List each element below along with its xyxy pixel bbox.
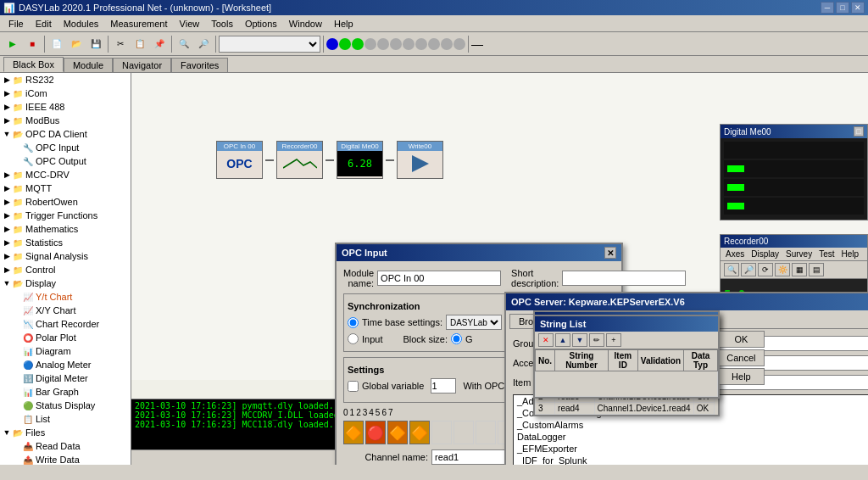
rec-btn-5[interactable]: ▦ (792, 263, 807, 276)
menu-view[interactable]: View (175, 17, 205, 31)
tree-control[interactable]: ▶ 📁 Control (0, 263, 131, 276)
title-bar-buttons[interactable]: ─ □ ✕ (821, 2, 865, 14)
str-down-btn[interactable]: ▼ (572, 333, 587, 347)
tree-read-data[interactable]: 📥 Read Data (0, 439, 131, 453)
menu-modules[interactable]: Modules (58, 17, 104, 31)
tree-icom[interactable]: ▶ 📁 iCom (0, 87, 131, 100)
menu-tools[interactable]: Tools (206, 17, 238, 31)
str-add-btn[interactable]: + (606, 333, 621, 347)
tree-opc-input[interactable]: 🔧 OPC Input (0, 141, 131, 154)
expand-files[interactable]: ▼ (2, 427, 12, 438)
menu-edit[interactable]: Edit (31, 17, 57, 31)
tree-xy-chart[interactable]: 📈 X/Y Chart (0, 304, 131, 317)
expand-rs232[interactable]: ▶ (2, 75, 12, 85)
tree-display[interactable]: ▼ 📂 Display (0, 276, 131, 290)
rec-btn-1[interactable]: 🔍 (724, 263, 739, 276)
short-desc-input[interactable] (562, 271, 686, 286)
stop-button[interactable]: ■ (23, 35, 42, 53)
rec-btn-2[interactable]: 🔎 (741, 263, 756, 276)
tree-polar-plot[interactable]: ⭕ Polar Plot (0, 331, 131, 344)
expand-control[interactable]: ▶ (2, 265, 12, 275)
expand-ieee488[interactable]: ▶ (2, 102, 12, 112)
ch-icon-1[interactable]: 🔴 (365, 421, 386, 444)
ch-row-3[interactable]: 3 read4 Channel1.Device1.read4 OK (536, 403, 715, 415)
expand-trigger[interactable]: ▶ (2, 210, 12, 220)
recorder-menu-axes[interactable]: Axes (724, 249, 746, 259)
paste-button[interactable]: 📌 (150, 35, 169, 53)
tree-view[interactable]: ▶ 📁 RS232 ▶ 📁 iCom ▶ 📁 IEEE 488 ▶ 📁 ModB… (0, 73, 131, 465)
ch-icon-5[interactable] (453, 421, 474, 444)
maximize-button[interactable]: □ (836, 2, 849, 14)
tree-opc-output[interactable]: 🔧 OPC Output (0, 154, 131, 168)
global-var-input[interactable] (431, 378, 456, 393)
zoom-in-button[interactable]: 🔍 (175, 35, 193, 53)
expand-icom[interactable]: ▶ (2, 88, 12, 98)
tree-math[interactable]: ▶ 📁 Mathematics (0, 222, 131, 236)
expand-opc-da[interactable]: ▼ (2, 129, 12, 139)
digital-block[interactable]: Digital Me00 6.28 (337, 141, 383, 179)
opc-input-close[interactable]: ✕ (604, 247, 616, 259)
rec-btn-3[interactable]: ⟳ (758, 263, 773, 276)
recorder-block[interactable]: Recorder00 (276, 141, 323, 179)
menu-options[interactable]: Options (240, 17, 282, 31)
expand-math[interactable]: ▶ (2, 224, 12, 234)
minimize-button[interactable]: ─ (821, 2, 834, 14)
tree-status-display[interactable]: 🟢 Status Display (0, 399, 131, 412)
recorder-menu-survey[interactable]: Survey (784, 249, 814, 259)
tree-chart-recorder[interactable]: 📉 Chart Recorder (0, 317, 131, 331)
ch-icon-0[interactable]: 🔶 (343, 421, 364, 444)
recorder-menu-test[interactable]: Test (817, 249, 836, 259)
tab-navigator[interactable]: Navigator (113, 58, 171, 72)
expand-robertowen[interactable]: ▶ (2, 197, 12, 207)
tree-robertowen[interactable]: ▶ 📁 RobertOwen (0, 195, 131, 209)
expand-stats[interactable]: ▶ (2, 237, 12, 248)
cut-button[interactable]: ✂ (111, 35, 130, 53)
tree-trigger[interactable]: ▶ 📁 Trigger Functions (0, 209, 131, 222)
expand-mqtt[interactable]: ▶ (2, 183, 12, 193)
expand-display[interactable]: ▼ (2, 278, 12, 288)
write-block[interactable]: Write00 (397, 141, 443, 179)
rec-btn-6[interactable]: ▤ (809, 263, 824, 276)
module-name-input[interactable] (377, 271, 501, 286)
digital-me-close[interactable]: □ (854, 126, 864, 137)
menu-help[interactable]: Help (329, 17, 359, 31)
copy-button[interactable]: 📋 (131, 35, 149, 53)
expand-modbus[interactable]: ▶ (2, 115, 12, 126)
item-idf-splunk[interactable]: _IDF_for_Splunk (514, 455, 868, 465)
str-up-btn[interactable]: ▲ (555, 333, 570, 347)
tree-mqtt[interactable]: ▶ 📁 MQTT (0, 181, 131, 195)
tree-rs232[interactable]: ▶ 📁 RS232 (0, 73, 131, 87)
recorder-menu-display[interactable]: Display (749, 249, 781, 259)
str-delete-btn[interactable]: ✕ (538, 333, 554, 347)
digital-me-buttons[interactable]: □ (854, 126, 864, 137)
ch-icon-3[interactable]: 🔶 (409, 421, 430, 444)
time-base-select[interactable]: DASYLab (446, 315, 502, 330)
input-radio[interactable] (348, 333, 359, 344)
menu-measurement[interactable]: Measurement (105, 17, 172, 31)
open-button[interactable]: 📂 (67, 35, 86, 53)
time-base-radio[interactable] (348, 317, 359, 328)
tree-stats[interactable]: ▶ 📁 Statistics (0, 236, 131, 249)
recorder-menu-help[interactable]: Help (840, 249, 861, 259)
help-button[interactable]: Help (718, 368, 765, 385)
tree-files[interactable]: ▼ 📂 Files (0, 426, 131, 439)
block-size-radio-g[interactable] (451, 333, 462, 344)
ch-icon-6[interactable] (476, 421, 496, 444)
tree-digital-meter[interactable]: 🔢 Digital Meter (0, 371, 131, 385)
tree-modbus[interactable]: ▶ 📁 ModBus (0, 114, 131, 127)
save-button[interactable]: 💾 (86, 35, 105, 53)
cancel-button[interactable]: Cancel (718, 349, 765, 366)
tree-bar-graph[interactable]: 📊 Bar Graph (0, 385, 131, 399)
zoom-out-button[interactable]: 🔎 (194, 35, 213, 53)
tree-analog-meter[interactable]: 🔵 Analog Meter (0, 358, 131, 371)
item-efmexporter[interactable]: _EFMExporter (514, 443, 868, 455)
tree-ieee488[interactable]: ▶ 📁 IEEE 488 (0, 100, 131, 114)
expand-signal[interactable]: ▶ (2, 251, 12, 261)
tree-list[interactable]: 📋 List (0, 412, 131, 426)
tree-opc-da[interactable]: ▼ 📂 OPC DA Client (0, 127, 131, 141)
ch-icon-4[interactable] (431, 421, 452, 444)
expand-mcc-drv[interactable]: ▶ (2, 170, 12, 180)
new-button[interactable]: 📄 (47, 35, 66, 53)
item-datalogger[interactable]: DataLogger (514, 431, 868, 443)
menu-file[interactable]: File (3, 17, 29, 31)
